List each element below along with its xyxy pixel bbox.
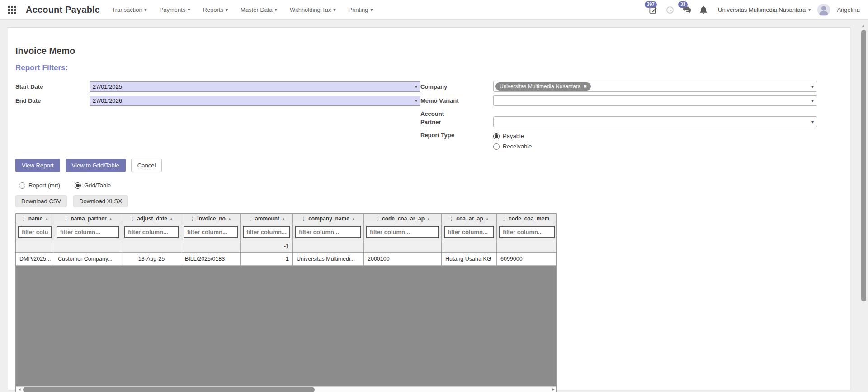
vertical-scrollbar[interactable]: ▲: [860, 20, 867, 392]
column-header-invoice-no[interactable]: ⋮ invoice_no ▲: [181, 214, 241, 224]
start-date-row: Start Date 27/01/2025 ▾: [15, 81, 420, 92]
company-row: Company Universitas Multimedia Nusantara…: [420, 81, 817, 92]
output-mode-grid-table[interactable]: Grid/Table: [75, 182, 111, 189]
column-header-company-name[interactable]: ⋮ company_name ▲: [293, 214, 364, 224]
memo-variant-select[interactable]: ▾: [493, 95, 817, 106]
scroll-right-icon[interactable]: ►: [552, 387, 555, 392]
menu-payments[interactable]: Payments ▾: [160, 6, 190, 13]
app-title: Account Payable: [26, 5, 100, 15]
column-header-name[interactable]: ⋮ name ▲: [16, 214, 54, 224]
drag-handle-icon[interactable]: ⋮: [301, 216, 306, 222]
chevron-down-icon: ▾: [415, 98, 417, 103]
end-date-label: End Date: [15, 97, 90, 104]
column-header-adjust-date[interactable]: ⋮ adjust_date ▲: [122, 214, 181, 224]
filter-input-adjust-date[interactable]: [124, 226, 179, 238]
column-header-nama-partner[interactable]: ⋮ nama_partner ▲: [54, 214, 122, 224]
filter-input-coa-ar-ap[interactable]: [444, 226, 494, 238]
content-card: Invoice Memo Report Filters: Start Date …: [8, 27, 850, 390]
remove-tag-icon[interactable]: ✖: [583, 83, 587, 90]
download-xlsx-button[interactable]: Download XLSX: [73, 195, 128, 207]
scroll-up-icon[interactable]: ▲: [861, 24, 865, 28]
company-multiselect[interactable]: Universitas Multimedia Nusantara ✖ ▾: [493, 81, 817, 92]
company-switcher[interactable]: Universitas Multimedia Nusantara ▾: [718, 6, 811, 13]
report-type-payable[interactable]: Payable: [493, 133, 532, 139]
output-mode-report-mrt[interactable]: Report (mrt): [19, 182, 60, 189]
radio-icon[interactable]: [19, 182, 25, 189]
cancel-button[interactable]: Cancel: [131, 159, 162, 172]
chevron-down-icon: ▾: [275, 7, 277, 12]
account-partner-select[interactable]: ▾: [493, 116, 817, 127]
chevron-down-icon: ▾: [415, 84, 417, 89]
chevron-down-icon: ▾: [333, 7, 335, 12]
user-silhouette-icon: [817, 4, 830, 16]
view-report-button[interactable]: View Report: [15, 159, 60, 172]
sort-asc-icon[interactable]: ▲: [352, 217, 355, 221]
filter-input-invoice-no[interactable]: [184, 226, 238, 238]
drag-handle-icon[interactable]: ⋮: [248, 216, 253, 222]
clock-icon: [666, 6, 674, 14]
start-date-select[interactable]: 27/01/2025 ▾: [90, 81, 420, 92]
menu-reports[interactable]: Reports ▾: [203, 6, 228, 13]
filter-input-code-coa-mem[interactable]: [499, 226, 555, 238]
view-to-grid-table-button[interactable]: View to Grid/Table: [66, 159, 126, 172]
column-header-code-coa-ar-ap[interactable]: ⋮ code_coa_ar_ap ▲: [364, 214, 442, 224]
vertical-scrollbar-thumb[interactable]: [861, 30, 866, 301]
notifications-bell-icon[interactable]: [698, 5, 708, 15]
cell-company-name: Universitas Multimedi...: [293, 253, 364, 266]
download-csv-button[interactable]: Download CSV: [15, 195, 67, 207]
column-header-ammount[interactable]: ⋮ ammount ▲: [241, 214, 293, 224]
filter-input-code-coa-ar-ap[interactable]: [366, 226, 439, 238]
scroll-left-icon[interactable]: ◄: [18, 387, 21, 392]
chevron-down-icon: ▾: [226, 7, 228, 12]
cell-name: DMP/2025...: [16, 253, 54, 266]
report-type-receivable[interactable]: Receivable: [493, 143, 532, 150]
drag-handle-icon[interactable]: ⋮: [449, 216, 454, 222]
radio-icon[interactable]: [493, 143, 500, 150]
horizontal-scrollbar[interactable]: ◄ ►: [16, 386, 557, 392]
sort-asc-icon[interactable]: ▲: [45, 217, 48, 221]
memo-variant-label: Memo Variant: [420, 97, 493, 104]
sort-asc-icon[interactable]: ▲: [486, 217, 489, 221]
menu-printing[interactable]: Printing ▾: [348, 6, 373, 13]
download-buttons: Download CSV Download XLSX: [15, 195, 843, 207]
drag-handle-icon[interactable]: ⋮: [190, 216, 195, 222]
filter-input-ammount[interactable]: [243, 226, 290, 238]
horizontal-scrollbar-thumb[interactable]: [23, 387, 315, 392]
messages-icon[interactable]: 33: [682, 5, 692, 15]
cell-invoice-no: BILL/2025/0183: [181, 253, 241, 266]
menu-transaction[interactable]: Transaction ▾: [112, 6, 146, 13]
sort-asc-icon[interactable]: ▲: [228, 217, 231, 221]
menu-master-data[interactable]: Master Data ▾: [241, 6, 277, 13]
grid-aggregate-row: -1: [16, 240, 557, 253]
cell-code-coa-ar-ap: 2000100: [364, 253, 442, 266]
menu-withholding-tax[interactable]: Withholding Tax ▾: [290, 6, 336, 13]
history-clock-icon[interactable]: [665, 5, 675, 15]
sort-asc-icon[interactable]: ▲: [109, 217, 113, 221]
end-date-select[interactable]: 27/01/2026 ▾: [90, 96, 420, 106]
cell-code-coa-mem: 6099000: [497, 253, 557, 266]
chevron-down-icon: ▾: [145, 7, 147, 12]
column-header-coa-ar-ap[interactable]: ⋮ coa_ar_ap ▲: [442, 214, 497, 224]
user-name[interactable]: Angelina: [837, 6, 860, 13]
filter-input-company-name[interactable]: [295, 226, 361, 238]
action-buttons: View Report View to Grid/Table Cancel: [15, 159, 843, 172]
radio-icon[interactable]: [493, 133, 500, 139]
drag-handle-icon[interactable]: ⋮: [375, 216, 380, 222]
filter-input-nama-partner[interactable]: [57, 226, 119, 238]
drag-handle-icon[interactable]: ⋮: [501, 216, 506, 222]
filter-input-name[interactable]: [18, 226, 52, 238]
grid-empty-area: [16, 266, 557, 386]
compose-icon[interactable]: 397: [648, 5, 658, 15]
column-header-code-coa-mem[interactable]: ⋮ code_coa_mem: [497, 214, 557, 224]
avatar[interactable]: [817, 4, 830, 16]
table-row[interactable]: DMP/2025... Customer Company... 13-Aug-2…: [16, 253, 557, 266]
sort-asc-icon[interactable]: ▲: [427, 217, 430, 221]
radio-icon[interactable]: [75, 182, 81, 189]
drag-handle-icon[interactable]: ⋮: [63, 216, 68, 222]
sort-asc-icon[interactable]: ▲: [170, 217, 173, 221]
apps-grid-icon[interactable]: [8, 6, 16, 14]
grid-filter-row: [16, 224, 557, 240]
drag-handle-icon[interactable]: ⋮: [130, 216, 135, 222]
sort-asc-icon[interactable]: ▲: [282, 217, 285, 221]
drag-handle-icon[interactable]: ⋮: [21, 216, 26, 222]
